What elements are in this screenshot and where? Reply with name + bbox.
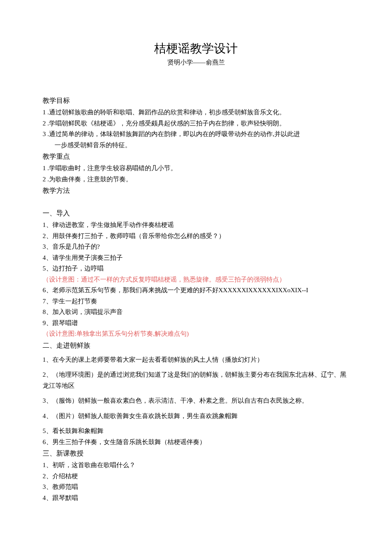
method-head: 教学方法 xyxy=(43,186,349,195)
part1-head: 一、导入 xyxy=(43,209,349,218)
part1-item: 3、音乐是几拍子的? xyxy=(43,241,349,253)
part2-head: 二、走进朝鲜族 xyxy=(43,341,349,350)
part1-item: 4、请学生用凳子演奏三拍子 xyxy=(43,253,349,264)
part3-item: 3、教师范唱 xyxy=(43,482,349,493)
doc-subtitle: 贤明小学——俞燕兰 xyxy=(43,58,349,67)
keypoints-item: 2 .为歌曲伴奏，注意鼓的节奏。 xyxy=(43,174,349,185)
keypoints-head: 教学重点 xyxy=(43,152,349,161)
part1-item: 5、边打拍子，边哼唱 xyxy=(43,263,349,274)
part2-item: 5、看长鼓舞和象帽舞 xyxy=(43,426,349,437)
part1-item: 2、用鼓伴奏打三拍子，教师哼唱（音乐带给你怎么样的感受？） xyxy=(43,231,349,242)
spacer xyxy=(43,197,349,207)
part2-para: 3、（服饰）朝鲜族一般喜欢素白色，表示清洁、干净、朴素之意。所以自古有白衣民族之… xyxy=(43,395,349,407)
part3-item: 4、跟琴默唱 xyxy=(43,493,349,504)
part1-item: 9、跟琴唱谱 xyxy=(43,318,349,329)
part2-para: 2、（地理环境图）是的通过浏览我们知道了这是我们的朝鲜族，朝鲜族主要分布在我国东… xyxy=(43,369,349,391)
document-page: 桔梗谣教学设计 贤明小学——俞燕兰 教学目标 1 .通过朝鲜族歌曲的聆听和歌唱、… xyxy=(0,0,392,529)
part1-item: 7、学生一起打节奏 xyxy=(43,296,349,307)
part2-para: 1、在今天的课上老师要带着大家一起去看看朝鲜族的风土人情（播放幻灯片） xyxy=(43,355,349,366)
doc-title: 桔梗谣教学设计 xyxy=(43,41,349,57)
design-note: （设计意图:单独拿出第五乐句分析节奏,解决难点句) xyxy=(43,328,349,340)
part3-head: 三、新课教授 xyxy=(43,449,349,458)
keypoints-item: 1 .学唱歌曲时，注意学生较容易唱错的几小节。 xyxy=(43,163,349,174)
goals-item: 3 .通过简单的律动，体味朝鲜族舞蹈的内在韵律，即以内在的呼吸带动外在的动作,并… xyxy=(43,129,349,140)
part2-para: 4、（图片）朝鲜族人能歌善舞女生喜欢跳长鼓舞，男生喜欢跳象帽舞 xyxy=(43,411,349,422)
goals-head: 教学目标 xyxy=(43,96,349,105)
part3-item: 2、介绍桔梗 xyxy=(43,471,349,482)
design-note: （设计意图：通过不一样的方式反复哼唱桔梗谣，熟悉旋律。感受三拍子的强弱特点） xyxy=(43,274,349,285)
goals-item: 1 .通过朝鲜族歌曲的聆听和歌唱、舞蹈作品的欣赏和律动，初步感受朝鲜族音乐文化。 xyxy=(43,107,349,118)
part1-item: 6、老师示范第五乐句节奏，那我们再来挑战一个更难的好不好XXXXXXIXXXXX… xyxy=(43,285,349,296)
part3-item: 1、初听，这首歌曲在歌唱什么？ xyxy=(43,460,349,471)
part1-item: 8、加入歌词，演唱提示声音 xyxy=(43,307,349,318)
part2-item: 6、男生三拍子伴奏，女生随音乐跳长鼓舞（桔梗谣伴奏） xyxy=(43,437,349,448)
goals-item: 2 .学唱朝鲜民歌《桔梗谣》，充分感受颇具起伏感的三拍子内在韵律，歌声轻快明朗。 xyxy=(43,118,349,129)
goals-item-cont: 一步感受朝鲜音乐的特征。 xyxy=(43,140,349,151)
part1-item: 1、律动进教室，学生做抽尾手动作伴奏桔梗谣 xyxy=(43,220,349,231)
